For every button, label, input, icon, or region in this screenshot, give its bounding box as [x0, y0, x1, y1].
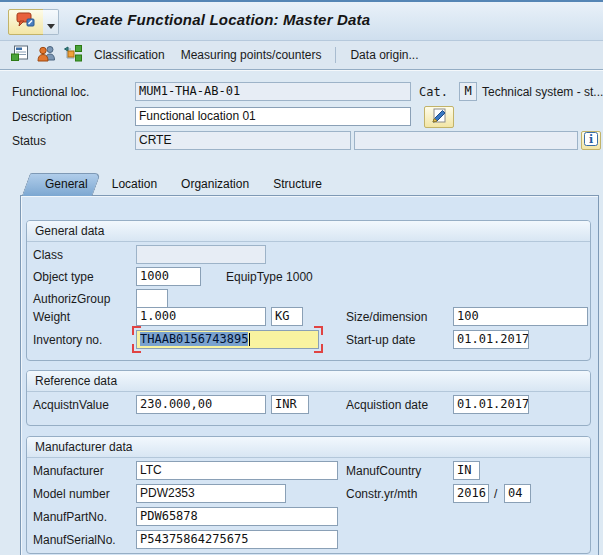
focus-corner: [314, 344, 323, 353]
status-info-button[interactable]: i: [581, 131, 601, 150]
constr-separator: /: [494, 487, 497, 501]
structure-list-button[interactable]: [60, 44, 84, 66]
tab-label: Location: [112, 177, 157, 191]
focus-corner: [132, 326, 141, 335]
acquistn-value-label: AcquistnValue: [33, 398, 109, 412]
description-field[interactable]: Functional location 01: [135, 107, 411, 126]
weight-label: Weight: [33, 310, 70, 324]
svg-text:i: i: [589, 133, 593, 146]
startup-date-field[interactable]: 01.01.2017: [453, 330, 529, 349]
category-description: Technical system - st...: [482, 85, 603, 99]
info-icon: i: [584, 132, 598, 149]
tab-label: Structure: [273, 177, 322, 191]
system-menu-dropdown-button[interactable]: [43, 9, 59, 35]
group-general-data: General data Class Object type 1000 Equi…: [26, 220, 591, 361]
page-title: Create Functional Location: Master Data: [75, 11, 370, 28]
class-label: Class: [33, 248, 63, 262]
long-text-edit-button[interactable]: [424, 106, 454, 128]
inventory-no-focus-frame: THAAB0156743895: [136, 330, 319, 349]
inventory-no-label: Inventory no.: [33, 333, 102, 347]
weight-field[interactable]: 1.000: [136, 307, 266, 326]
tab-general[interactable]: General: [30, 173, 101, 196]
data-origin-button[interactable]: Data origin...: [342, 45, 426, 65]
classification-button[interactable]: Classification: [86, 45, 173, 65]
size-dimension-field[interactable]: 100: [453, 307, 588, 326]
tab-organization[interactable]: Organization: [166, 173, 262, 196]
manufacturer-field[interactable]: LTC: [136, 461, 338, 480]
titlebar: Create Functional Location: Master Data: [0, 2, 603, 41]
group-general-data-title: General data: [27, 221, 590, 242]
class-field: [136, 245, 266, 264]
category-label: Cat.: [419, 85, 448, 99]
tab-structure[interactable]: Structure: [258, 173, 335, 196]
acquistn-value-field[interactable]: 230.000,00: [136, 395, 266, 414]
selected-text: THAAB0156743895: [140, 332, 248, 346]
edit-pencil-icon: [430, 108, 448, 127]
model-number-label: Model number: [33, 487, 110, 501]
acquistn-currency-field[interactable]: INR: [271, 395, 309, 414]
partners-button[interactable]: [34, 44, 58, 66]
equip-type-note: EquipType 1000: [226, 270, 313, 284]
toolbar-separator: [335, 47, 336, 63]
category-field: M: [459, 82, 477, 101]
structure-list-icon: [63, 45, 82, 65]
system-menu-button[interactable]: [8, 9, 44, 35]
manufacturer-label: Manufacturer: [33, 464, 104, 478]
model-number-field[interactable]: PDW2353: [136, 484, 286, 503]
user-status-field: [354, 131, 578, 150]
weight-unit-field[interactable]: KG: [271, 307, 303, 326]
size-dimension-label: Size/dimension: [346, 310, 427, 324]
partners-icon: [37, 45, 56, 65]
manuf-serial-no-field[interactable]: P54375864275675: [136, 530, 338, 549]
group-reference-data-title: Reference data: [27, 371, 590, 392]
constr-year-field[interactable]: 2016: [453, 484, 489, 503]
tab-label: Organization: [181, 177, 249, 191]
constr-month-field[interactable]: 04: [504, 484, 531, 503]
status-label: Status: [12, 134, 46, 148]
focus-corner: [314, 326, 323, 335]
tab-location[interactable]: Location: [97, 173, 170, 196]
startup-date-label: Start-up date: [346, 333, 415, 347]
tabstrip: General Location Organization Structure: [20, 172, 600, 196]
authoriz-group-field[interactable]: [136, 289, 168, 308]
application-toolbar: Classification Measuring points/counters…: [0, 41, 603, 70]
measuring-points-button[interactable]: Measuring points/counters: [173, 45, 330, 65]
manuf-part-no-label: ManufPartNo.: [33, 510, 107, 524]
constr-yr-mth-label: Constr.yr/mth: [346, 487, 417, 501]
object-type-field[interactable]: 1000: [136, 267, 201, 286]
manuf-part-no-field[interactable]: PDW65878: [136, 507, 338, 526]
group-manufacturer-data-title: Manufacturer data: [27, 437, 590, 458]
object-type-label: Object type: [33, 270, 94, 284]
focus-corner: [132, 344, 141, 353]
chat-bubble-icon: [15, 11, 37, 33]
manuf-country-field[interactable]: IN: [453, 461, 480, 480]
authoriz-group-label: AuthorizGroup: [33, 292, 110, 306]
group-manufacturer-data: Manufacturer data Manufacturer LTC Manuf…: [26, 436, 591, 554]
detail-view-icon: [11, 45, 29, 65]
inventory-no-field[interactable]: THAAB0156743895: [136, 330, 319, 349]
manuf-country-label: ManufCountry: [346, 464, 421, 478]
acquistion-date-label: Acquistion date: [346, 398, 428, 412]
header-form: Functional loc. MUM1-THA-AB-01 Cat. M Te…: [0, 70, 603, 170]
tab-label: General: [45, 177, 88, 191]
sap-window: Create Functional Location: Master Data: [0, 0, 603, 555]
description-label: Description: [12, 110, 72, 124]
detail-view-button[interactable]: [8, 44, 32, 66]
system-status-field: CRTE: [135, 131, 351, 150]
acquistion-date-field[interactable]: 01.01.2017: [453, 395, 529, 414]
dropdown-arrow-icon: [47, 24, 55, 29]
group-reference-data: Reference data AcquistnValue 230.000,00 …: [26, 370, 591, 426]
manuf-serial-no-label: ManufSerialNo.: [33, 533, 116, 547]
functional-loc-field: MUM1-THA-AB-01: [135, 82, 411, 101]
functional-loc-label: Functional loc.: [12, 85, 89, 99]
text-caret: [249, 333, 250, 346]
